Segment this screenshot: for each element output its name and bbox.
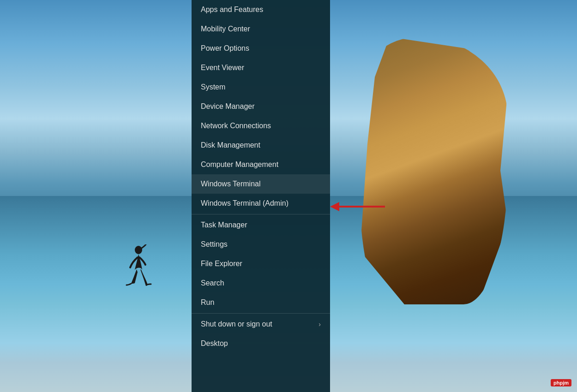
submenu-arrow-shut-down: › [319,321,321,328]
menu-label-desktop: Desktop [201,339,228,348]
menu-label-disk-management: Disk Management [201,141,260,149]
menu-item-disk-management[interactable]: Disk Management [192,136,330,155]
menu-label-windows-terminal: Windows Terminal [201,180,261,188]
menu-item-mobility-center[interactable]: Mobility Center [192,19,330,39]
menu-item-windows-terminal-admin[interactable]: Windows Terminal (Admin) [192,194,330,213]
menu-label-mobility-center: Mobility Center [201,25,250,33]
menu-label-shut-down: Shut down or sign out [201,320,272,328]
menu-item-power-options[interactable]: Power Options [192,39,330,58]
menu-label-task-manager: Task Manager [201,221,247,229]
context-menu: Apps and FeaturesMobility CenterPower Op… [192,0,330,392]
menu-label-run: Run [201,298,214,307]
arrow-line [339,206,385,208]
menu-item-event-viewer[interactable]: Event Viewer [192,58,330,77]
menu-item-apps-features[interactable]: Apps and Features [192,0,330,19]
menu-item-file-explorer[interactable]: File Explorer [192,254,330,273]
menu-item-search[interactable]: Search [192,273,330,293]
menu-label-system: System [201,83,225,91]
menu-item-device-manager[interactable]: Device Manager [192,97,330,116]
menu-separator-after-windows-terminal-admin [192,214,330,214]
rock-formation [360,37,508,304]
menu-label-windows-terminal-admin: Windows Terminal (Admin) [201,199,288,208]
menu-item-settings[interactable]: Settings [192,235,330,254]
menu-label-power-options: Power Options [201,44,249,53]
menu-item-computer-management[interactable]: Computer Management [192,155,330,174]
red-arrow-indicator [330,202,385,211]
menu-label-computer-management: Computer Management [201,160,278,169]
menu-item-windows-terminal[interactable]: Windows Terminal [192,174,330,194]
menu-item-shut-down[interactable]: Shut down or sign out› [192,315,330,334]
menu-separator-after-run [192,313,330,314]
watermark: phpjm [551,379,571,386]
svg-point-0 [135,246,142,254]
menu-item-desktop[interactable]: Desktop [192,334,330,353]
menu-label-device-manager: Device Manager [201,102,255,111]
menu-item-system[interactable]: System [192,77,330,97]
menu-label-apps-features: Apps and Features [201,6,263,14]
menu-item-run[interactable]: Run [192,293,330,312]
menu-label-settings: Settings [201,240,228,249]
runner-silhouette [125,244,152,300]
menu-item-network-connections[interactable]: Network Connections [192,116,330,136]
menu-label-event-viewer: Event Viewer [201,64,244,72]
menu-label-file-explorer: File Explorer [201,260,242,268]
menu-label-search: Search [201,279,224,287]
arrow-head [330,202,339,211]
menu-item-task-manager[interactable]: Task Manager [192,215,330,235]
menu-label-network-connections: Network Connections [201,122,271,130]
